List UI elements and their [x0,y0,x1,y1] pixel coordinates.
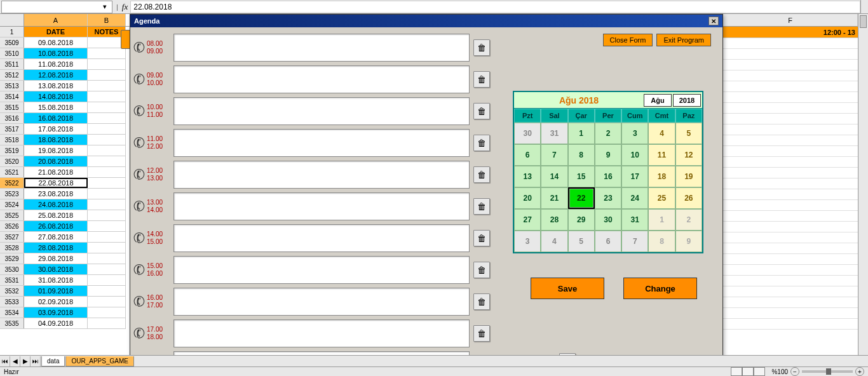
row-header[interactable]: 3516 [0,113,24,123]
calendar-day[interactable]: 16 [595,166,621,187]
date-cell[interactable]: 29.08.2018 [24,253,88,264]
calendar-day[interactable]: 12 [675,144,702,166]
name-box-dropdown-icon[interactable]: ▾ [100,1,109,13]
header-f-cell[interactable]: 12:00 - 13 [723,27,858,38]
cell[interactable] [723,146,858,157]
trash-icon[interactable]: 🗑 [473,135,490,151]
vertical-scrollbar[interactable] [858,14,868,363]
cell[interactable] [723,124,858,135]
notes-cell[interactable] [88,124,126,134]
date-cell[interactable]: 27.08.2018 [24,232,88,242]
cell[interactable] [723,70,858,81]
notes-cell[interactable] [88,297,126,307]
date-cell[interactable]: 17.08.2018 [24,124,88,134]
trash-icon[interactable]: 🗑 [473,103,490,119]
row-header[interactable]: 3528 [0,243,24,253]
calendar-day[interactable]: 6 [514,144,541,166]
notes-cell[interactable] [88,232,126,242]
row-header[interactable]: 3512 [0,70,24,80]
calendar-day[interactable]: 13 [514,166,541,187]
slot-input[interactable] [173,319,470,347]
calendar-day[interactable]: 1 [648,209,675,231]
calendar-day[interactable]: 17 [621,166,648,187]
date-cell[interactable]: 19.08.2018 [24,145,88,156]
calendar-day[interactable]: 10 [621,144,648,166]
tab-nav-first-icon[interactable]: ⏮ [0,356,10,366]
cell[interactable] [723,222,858,232]
trash-icon[interactable]: 🗑 [473,293,490,310]
date-cell[interactable]: 16.08.2018 [24,113,88,123]
date-cell[interactable]: 26.08.2018 [24,221,88,231]
header-notes[interactable]: NOTES [88,27,126,37]
calendar-day[interactable]: 7 [541,144,567,166]
cell[interactable] [723,286,858,297]
view-normal-icon[interactable] [731,367,742,376]
row-header[interactable]: 3534 [0,307,24,318]
slot-input[interactable] [173,34,470,62]
cell[interactable] [723,189,858,200]
slot-input[interactable] [173,256,470,284]
calendar-day[interactable]: 1 [568,123,595,144]
calendar-day[interactable]: 22 [568,187,595,209]
cell[interactable] [723,60,858,70]
row-header[interactable]: 3535 [0,318,24,328]
cell[interactable] [723,114,858,124]
notes-cell[interactable] [88,253,126,264]
row-header[interactable]: 3531 [0,275,24,285]
row-header[interactable]: 3530 [0,264,24,274]
calendar-day[interactable]: 4 [541,231,567,252]
slot-input[interactable] [173,161,470,189]
fx-label[interactable]: fx [122,2,128,12]
notes-cell[interactable] [88,243,126,253]
cell[interactable] [723,265,858,276]
calendar-day[interactable]: 5 [568,231,595,252]
calendar-day[interactable]: 27 [514,209,541,231]
cell[interactable] [723,81,858,92]
row-header[interactable]: 3517 [0,124,24,134]
slot-input[interactable] [173,192,470,220]
notes-cell[interactable] [88,145,126,156]
cell[interactable] [723,168,858,178]
agenda-titlebar[interactable]: Agenda ✕ [130,15,722,27]
year-select[interactable] [673,94,701,107]
calendar-day[interactable]: 30 [514,123,541,144]
notes-cell[interactable] [88,37,126,48]
cell[interactable] [723,211,858,222]
notes-cell[interactable] [88,113,126,123]
slot-input[interactable] [173,65,470,93]
notes-cell[interactable] [88,178,126,188]
date-cell[interactable]: 04.09.2018 [24,318,88,328]
row-header[interactable]: 3522 [0,178,24,188]
row-header[interactable]: 3521 [0,167,24,177]
cell[interactable] [723,308,858,319]
row-header[interactable]: 3532 [0,286,24,296]
trash-icon[interactable]: 🗑 [473,198,490,215]
col-header-A[interactable]: A [24,14,88,26]
cell[interactable] [723,297,858,308]
calendar-day[interactable]: 9 [675,231,702,252]
calendar-day[interactable]: 11 [648,144,675,166]
cell[interactable] [723,232,858,243]
notes-cell[interactable] [88,167,126,177]
close-form-button[interactable]: Close Form [603,34,653,46]
date-cell[interactable]: 13.08.2018 [24,81,88,91]
tab-data[interactable]: data [41,356,65,366]
date-cell[interactable]: 23.08.2018 [24,189,88,199]
calendar-day[interactable]: 23 [595,187,621,209]
row-header[interactable]: 3511 [0,59,24,69]
date-cell[interactable]: 12.08.2018 [24,70,88,80]
calendar-day[interactable]: 6 [595,231,621,252]
cell[interactable] [723,92,858,103]
select-all-corner[interactable] [0,14,24,26]
slot-input[interactable] [173,129,470,157]
calendar-day[interactable]: 18 [648,166,675,187]
view-layout-icon[interactable] [742,367,754,376]
zoom-handle[interactable] [826,368,831,375]
header-date[interactable]: DATE [24,27,88,37]
calendar-day[interactable]: 7 [621,231,648,252]
calendar-day[interactable]: 5 [675,123,702,144]
date-cell[interactable]: 22.08.2018 [24,178,88,188]
calendar-day[interactable]: 31 [541,123,567,144]
tab-nav-prev-icon[interactable]: ◀ [10,356,20,366]
row-header[interactable]: 3510 [0,48,24,58]
